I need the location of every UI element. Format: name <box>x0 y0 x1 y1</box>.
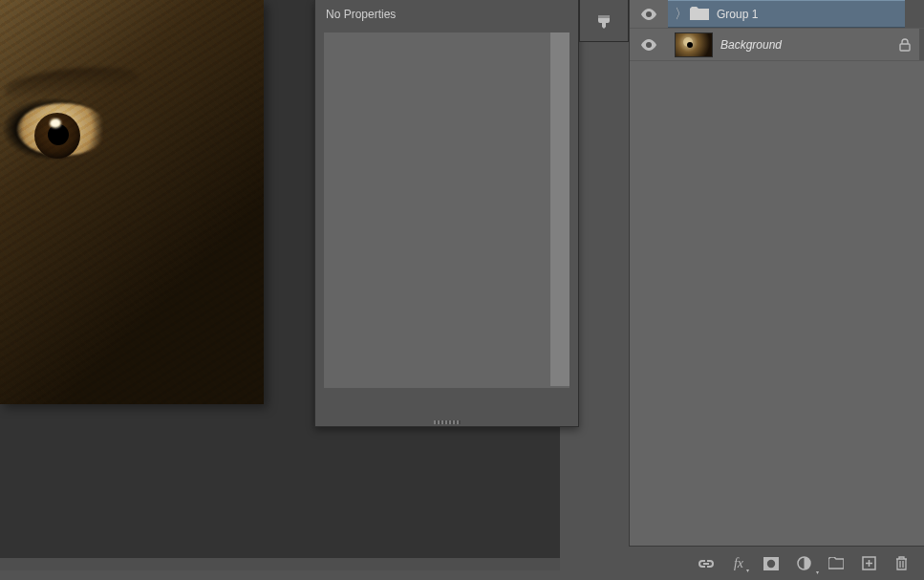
trash-icon <box>895 556 908 570</box>
svg-point-1 <box>646 11 652 17</box>
svg-rect-3 <box>900 44 910 51</box>
layer-row-group[interactable]: 〉 Group 1 <box>630 0 924 29</box>
properties-empty-label: No Properties <box>315 0 578 29</box>
panel-resize-handle[interactable] <box>315 419 578 426</box>
delete-layer-button[interactable] <box>892 554 911 573</box>
expand-caret-icon[interactable]: 〉 <box>675 6 682 23</box>
new-layer-icon <box>862 556 876 570</box>
collapsed-panel-button[interactable] <box>579 0 629 42</box>
adjustment-layer-button[interactable]: ▾ <box>794 554 813 573</box>
link-layers-button[interactable] <box>697 554 716 573</box>
new-group-button[interactable] <box>827 554 846 573</box>
layers-footer: fx▾ ▾ <box>629 546 924 580</box>
svg-rect-0 <box>598 15 610 18</box>
image-content <box>0 0 264 404</box>
visibility-toggle[interactable] <box>630 9 668 20</box>
lock-icon <box>899 38 911 52</box>
layer-mask-icon <box>763 557 779 570</box>
layers-list[interactable]: 〉 Group 1 Background <box>629 0 924 546</box>
status-bar <box>0 558 560 570</box>
eye-icon <box>640 39 657 51</box>
layer-name-label[interactable]: Group 1 <box>717 8 758 21</box>
layer-row-background[interactable]: Background <box>630 29 924 61</box>
properties-panel: No Properties <box>314 0 579 427</box>
chevron-down-icon: ▾ <box>816 569 819 575</box>
adjustment-icon <box>797 556 811 570</box>
svg-point-5 <box>767 559 775 567</box>
new-layer-button[interactable] <box>859 554 878 573</box>
layer-thumbnail[interactable] <box>675 32 713 57</box>
folder-icon <box>828 557 844 569</box>
lock-indicator[interactable] <box>891 38 919 52</box>
layer-content[interactable]: 〉 Group 1 <box>668 0 905 28</box>
layer-effects-button[interactable]: fx▾ <box>729 554 748 573</box>
add-mask-button[interactable] <box>762 554 781 573</box>
visibility-toggle[interactable] <box>630 39 668 51</box>
layer-name-label[interactable]: Background <box>720 38 782 52</box>
document-image[interactable] <box>0 0 264 404</box>
svg-point-2 <box>646 42 652 48</box>
grip-icon <box>434 420 461 424</box>
eye-icon <box>640 9 657 20</box>
link-icon <box>698 559 715 569</box>
layers-panel: 〉 Group 1 Background <box>629 0 924 580</box>
fx-icon: fx▾ <box>734 556 743 571</box>
layer-content[interactable]: Background <box>668 29 891 60</box>
properties-body <box>324 32 569 388</box>
folder-icon <box>690 7 709 21</box>
brush-icon <box>595 12 612 30</box>
properties-scrollbar[interactable] <box>550 32 569 386</box>
